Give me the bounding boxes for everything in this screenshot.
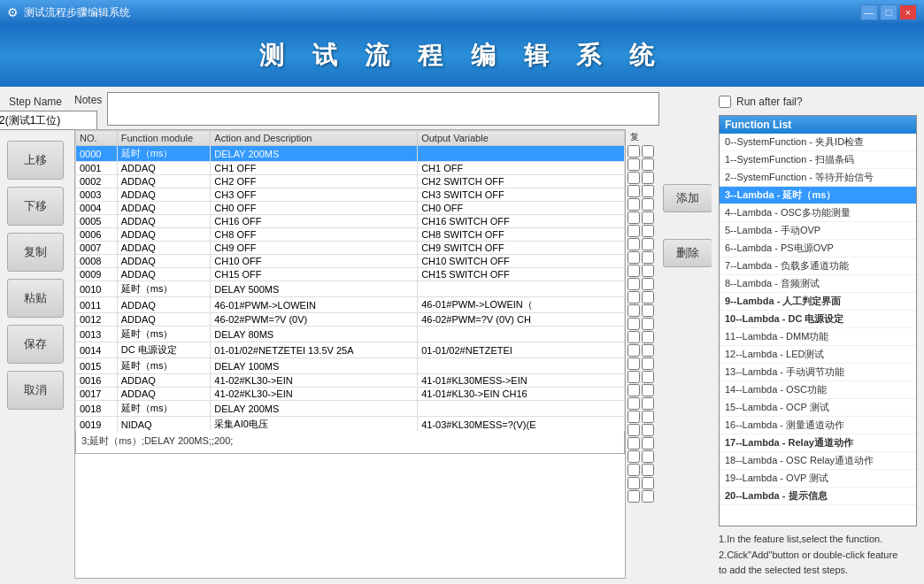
function-list-item[interactable]: 14--Lambda - OSC功能 [720,381,916,399]
function-list-item[interactable]: 19--Lambda - OVP 测试 [720,470,916,488]
cancel-button[interactable]: 取消 [7,371,64,410]
row-checkbox-1[interactable] [628,185,640,197]
table-scroll[interactable]: NO. Function module Action and Descripti… [75,130,625,431]
table-row[interactable]: 0018 延时（ms） DELAY 200MS [76,401,625,417]
row-checkbox-1[interactable] [628,384,640,396]
row-checkbox-1[interactable] [628,464,640,476]
row-checkbox-2[interactable] [642,172,654,184]
function-list-item[interactable]: 6--Lambda - PS电源OVP [720,240,916,257]
row-checkbox-2[interactable] [642,437,654,450]
row-checkbox-1[interactable] [628,198,640,211]
row-checkbox-1[interactable] [628,225,640,237]
function-list-item[interactable]: 15--Lambda - OCP 测试 [720,399,916,417]
table-row[interactable]: 0001 ADDAQ CH1 OFF CH1 OFF [76,162,625,175]
function-list-item[interactable]: 20--Lambda - 提示信息 [720,488,916,505]
row-checkbox-1[interactable] [628,331,640,343]
table-row[interactable]: 0006 ADDAQ CH8 OFF CH8 SWITCH OFF [76,228,625,242]
row-checkbox-1[interactable] [628,291,640,304]
table-row[interactable]: 0009 ADDAQ CH15 OFF CH15 SWITCH OFF [76,268,625,281]
row-checkbox-2[interactable] [642,198,654,211]
down-button[interactable]: 下移 [7,187,64,226]
row-checkbox-2[interactable] [642,411,654,423]
row-checkbox-2[interactable] [642,238,654,250]
table-row[interactable]: 0002 ADDAQ CH2 OFF CH2 SWITCH OFF [76,175,625,188]
function-list-item[interactable]: 1--SystemFunction - 扫描条码 [720,151,916,169]
row-checkbox-2[interactable] [642,251,654,264]
function-list-item[interactable]: 16--Lambda - 测量通道动作 [720,417,916,434]
row-checkbox-2[interactable] [642,384,654,396]
row-checkbox-1[interactable] [628,424,640,436]
row-checkbox-2[interactable] [642,450,654,463]
function-list-item[interactable]: 17--Lambda - Relay通道动作 [720,434,916,452]
row-checkbox-1[interactable] [628,211,640,224]
row-checkbox-2[interactable] [642,477,654,489]
row-checkbox-2[interactable] [642,158,654,171]
row-checkbox-2[interactable] [642,265,654,277]
table-row[interactable]: 0014 DC 电源设定 01-01/02#NETZETEI 13.5V 25A… [76,342,625,358]
function-list-item[interactable]: 0--SystemFunction - 夹具ID检查 [720,134,916,151]
row-checkbox-1[interactable] [628,371,640,383]
row-checkbox-1[interactable] [628,477,640,489]
row-checkbox-1[interactable] [628,357,640,370]
row-checkbox-1[interactable] [628,437,640,450]
function-list-item[interactable]: 5--Lambda - 手动OVP [720,222,916,240]
function-list-item[interactable]: 10--Lambda - DC 电源设定 [720,311,916,328]
table-row[interactable]: 0016 ADDAQ 41-02#KL30->EIN 41-01#KL30MES… [76,374,625,388]
table-row[interactable]: 0011 ADDAQ 46-01#PWM->LOWEIN 46-01#PWM->… [76,297,625,313]
row-checkbox-1[interactable] [628,490,640,503]
function-list-item[interactable]: 7--Lambda - 负载多通道功能 [720,257,916,275]
table-row[interactable]: 0007 ADDAQ CH9 OFF CH9 SWITCH OFF [76,242,625,255]
add-button[interactable]: 添加 [663,184,712,212]
row-checkbox-1[interactable] [628,158,640,171]
row-checkbox-1[interactable] [628,318,640,330]
row-checkbox-1[interactable] [628,304,640,317]
table-row[interactable]: 0003 ADDAQ CH3 OFF CH3 SWITCH OFF [76,188,625,202]
row-checkbox-2[interactable] [642,344,654,357]
delete-button[interactable]: 删除 [663,239,712,267]
function-list-item[interactable]: 11--Lambda - DMM功能 [720,328,916,346]
row-checkbox-2[interactable] [642,291,654,304]
row-checkbox-1[interactable] [628,278,640,290]
row-checkbox-2[interactable] [642,464,654,476]
row-checkbox-1[interactable] [628,238,640,250]
row-checkbox-2[interactable] [642,357,654,370]
minimize-button[interactable]: — [860,4,878,20]
close-button[interactable]: × [899,4,917,20]
row-checkbox-2[interactable] [642,371,654,383]
function-list-item[interactable]: 2--SystemFunction - 等待开始信号 [720,169,916,187]
table-row[interactable]: 0000 延时（ms） DELAY 200MS [76,146,625,162]
function-list-item[interactable]: 18--Lambda - OSC Relay通道动作 [720,452,916,470]
row-checkbox-2[interactable] [642,318,654,330]
run-after-fail-checkbox[interactable] [719,96,731,108]
row-checkbox-2[interactable] [642,424,654,436]
function-list-item[interactable]: 13--Lambda - 手动调节功能 [720,364,916,381]
row-checkbox-1[interactable] [628,251,640,264]
function-list-item[interactable]: 3--Lambda - 延时（ms） [720,187,916,204]
row-checkbox-2[interactable] [642,278,654,290]
function-list-scroll[interactable]: 0--SystemFunction - 夹具ID检查1--SystemFunct… [720,134,916,526]
row-checkbox-1[interactable] [628,265,640,277]
row-checkbox-2[interactable] [642,397,654,410]
maximize-button[interactable]: □ [880,4,897,20]
paste-button[interactable]: 粘贴 [7,279,64,318]
row-checkbox-1[interactable] [628,411,640,423]
row-checkbox-1[interactable] [628,145,640,158]
function-list-item[interactable]: 12--Lambda - LED测试 [720,346,916,364]
up-button[interactable]: 上移 [7,141,64,180]
table-row[interactable]: 0013 延时（ms） DELAY 80MS [76,327,625,342]
row-checkbox-2[interactable] [642,145,654,158]
row-checkbox-1[interactable] [628,397,640,410]
function-list-item[interactable]: 4--Lambda - OSC多功能测量 [720,204,916,222]
function-list-item[interactable]: 9--Lambda - 人工判定界面 [720,293,916,311]
row-checkbox-2[interactable] [642,225,654,237]
table-row[interactable]: 0005 ADDAQ CH16 OFF CH16 SWITCH OFF [76,215,625,228]
row-checkbox-2[interactable] [642,331,654,343]
copy-button[interactable]: 复制 [7,233,64,272]
row-checkbox-1[interactable] [628,344,640,357]
row-checkbox-2[interactable] [642,490,654,503]
table-row[interactable]: 0008 ADDAQ CH10 OFF CH10 SWITCH OFF [76,255,625,268]
table-row[interactable]: 0017 ADDAQ 41-02#KL30->EIN 41-01#KL30->E… [76,388,625,401]
table-row[interactable]: 0015 延时（ms） DELAY 100MS [76,358,625,374]
table-row[interactable]: 0004 ADDAQ CH0 OFF CH0 OFF [76,202,625,215]
row-checkbox-1[interactable] [628,450,640,463]
